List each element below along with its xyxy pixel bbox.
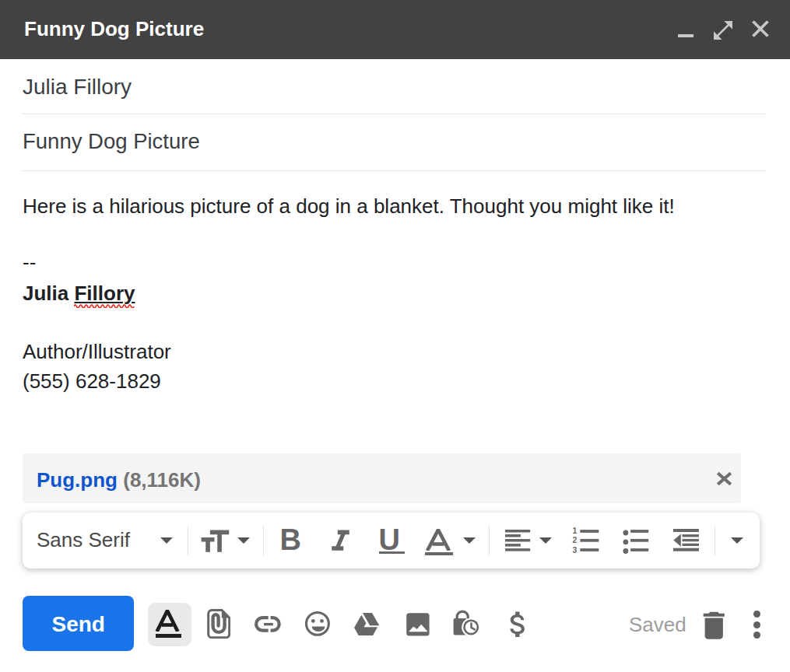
svg-text:3: 3 — [572, 545, 577, 555]
svg-text:2: 2 — [572, 535, 577, 544]
svg-text:1: 1 — [572, 527, 577, 535]
